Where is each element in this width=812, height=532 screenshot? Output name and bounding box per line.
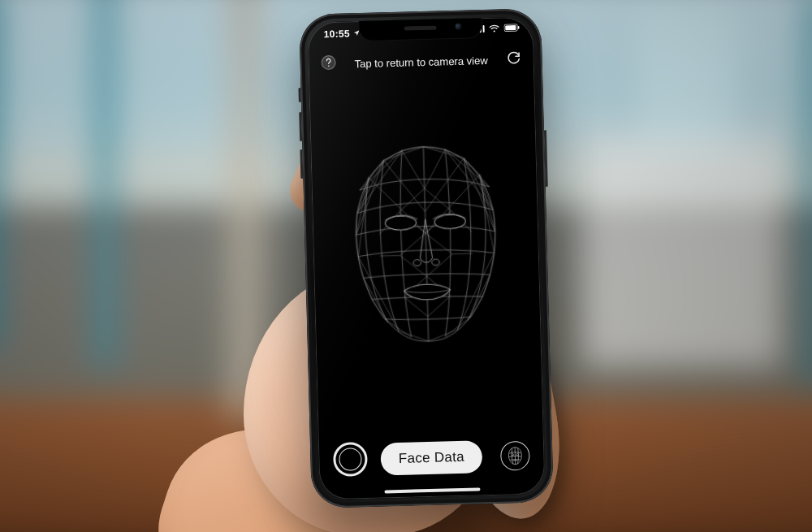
face-mesh-toggle-button[interactable] <box>500 441 530 471</box>
phone-frame: 10:55 <box>299 8 554 508</box>
help-button[interactable] <box>319 54 338 72</box>
refresh-button[interactable] <box>504 49 523 67</box>
help-circle-icon <box>320 54 337 71</box>
wifi-icon <box>488 24 499 32</box>
face-mesh-outline-icon <box>505 446 525 466</box>
display-notch <box>359 18 482 41</box>
battery-icon <box>503 24 520 32</box>
status-time: 10:55 <box>324 28 351 40</box>
svg-rect-1 <box>505 25 516 30</box>
svg-point-8 <box>516 454 518 456</box>
shutter-button[interactable] <box>333 442 368 477</box>
face-mesh-viewport[interactable] <box>309 73 543 410</box>
phone-screen[interactable]: 10:55 <box>307 16 545 500</box>
face-wireframe-mesh <box>346 140 505 344</box>
svg-point-6 <box>434 214 465 228</box>
top-toolbar: Tap to return to camera view <box>308 45 534 77</box>
volume-down-physical <box>300 149 303 179</box>
volume-up-physical <box>299 112 302 141</box>
face-data-button[interactable]: Face Data <box>380 440 482 475</box>
svg-rect-2 <box>518 26 520 29</box>
svg-point-7 <box>512 454 513 456</box>
refresh-icon <box>505 50 522 67</box>
home-indicator[interactable] <box>384 487 480 493</box>
bottom-toolbar: Face Data <box>318 426 546 483</box>
silent-switch-physical <box>298 88 300 102</box>
top-toolbar-title[interactable]: Tap to return to camera view <box>354 54 487 69</box>
status-time-group: 10:55 <box>324 28 361 40</box>
